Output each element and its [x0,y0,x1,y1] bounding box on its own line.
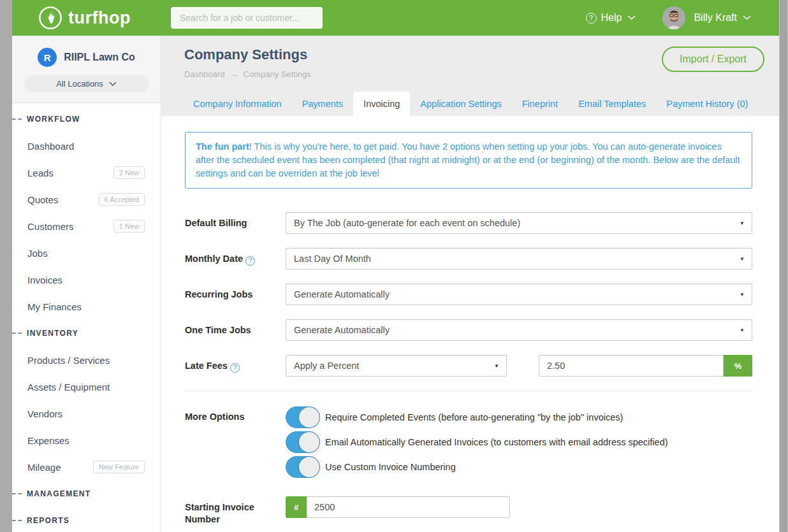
monthly-date-select[interactable]: Last Day Of Month ▼ [286,248,752,270]
one-time-jobs-value: Generate Automatically [294,325,390,335]
tab-label: Payments [302,99,343,109]
help-menu[interactable]: ? Help [586,12,636,24]
sidebar-item[interactable]: Jobs [12,240,161,266]
sidebar-item-label: Leads [27,168,54,178]
one-time-jobs-label: One Time Jobs [185,319,286,341]
sidebar-item-badge: 2 New [113,166,145,179]
top-navbar: turfhop ? Help [12,0,779,36]
toggle-knob [299,407,319,428]
select-caret-icon: ▼ [740,256,745,262]
sidebar-item[interactable]: Products / Services [12,347,161,373]
user-name[interactable]: Billy Kraft [694,12,737,24]
one-time-jobs-row: One Time Jobs Generate Automatically ▼ [185,319,752,341]
tab-label: Fineprint [522,99,558,109]
sidebar-item[interactable]: Mileage New Feature [12,454,161,480]
help-icon: ? [586,13,597,24]
tab[interactable]: Payments [292,92,353,116]
starting-invoice-number-input[interactable] [307,496,510,518]
toggle-label: Require Completed Events (before auto-ge… [325,412,623,422]
sidebar-item-label: Invoices [27,275,62,285]
help-label: Help [601,12,622,24]
more-options-label: More Options [185,406,286,478]
avatar[interactable] [662,6,685,29]
toggle-switch[interactable] [286,456,320,478]
sidebar-item[interactable]: Assets / Equipment [12,373,161,400]
sidebar-item-label: My Finances [27,301,82,312]
grass-logo-icon [38,6,62,30]
sidebar-item[interactable]: My Finances [12,293,161,320]
toggle-row: Require Completed Events (before auto-ge… [286,406,668,429]
page-header: Company Settings Dashboard → Company Set… [161,36,779,91]
import-export-button[interactable]: Import / Export [662,47,764,72]
sidebar-item[interactable]: Vendors [12,400,161,427]
late-fees-type-select[interactable]: Apply a Percent ▼ [286,355,507,377]
sidebar-item-label: Customers [27,221,74,232]
select-caret-icon: ▼ [740,327,745,333]
recurring-jobs-select[interactable]: Generate Automatically ▼ [286,284,752,305]
sidebar-item[interactable]: Dashboard [12,133,161,159]
tab[interactable]: Email Templates [568,92,656,116]
sidebar-item-label: Expenses [27,435,69,446]
sidebar-item[interactable]: Leads 2 New [12,159,161,186]
company-name: RIIPL Lawn Co [64,52,135,63]
tab[interactable]: Invoicing [353,92,410,116]
company-selector[interactable]: R RIIPL Lawn Co [12,48,161,67]
sidebar-item-badge: 6 Accepted [99,193,145,206]
app-window: turfhop ? Help [12,0,779,532]
intro-message: The fun part! This is why you're here, t… [185,132,752,189]
toggle-knob [299,457,319,477]
sidebar-item-label: Vendors [27,408,62,419]
chevron-down-icon [109,82,117,87]
search-input[interactable] [171,7,323,29]
tab[interactable]: Company Information [183,92,292,116]
one-time-jobs-select[interactable]: Generate Automatically ▼ [286,319,752,341]
tab-label: Invoicing [363,99,400,109]
sidebar-item[interactable]: Quotes 6 Accepted [12,186,161,213]
monthly-date-value: Last Day Of Month [294,254,371,264]
late-fee-amount-input[interactable] [539,355,724,377]
percent-addon: % [724,355,752,377]
intro-bold: The fun part [196,141,249,152]
toggle-switch[interactable] [286,431,320,453]
help-tooltip-icon[interactable]: ? [245,256,255,266]
page-scrollbar[interactable] [779,0,788,532]
number-addon: # [286,496,307,518]
divider [185,391,752,391]
sidebar-item[interactable]: Invoices [12,266,161,293]
late-fees-type-value: Apply a Percent [294,361,359,371]
sidebar-item-label: Dashboard [27,141,74,152]
default-billing-select[interactable]: By The Job (auto-generate for each event… [286,212,752,234]
sidebar-nav: WORKFLOW Dashboard Leads 2 New Quotes 6 … [12,103,161,532]
logo[interactable]: turfhop [38,6,131,30]
recurring-jobs-row: Recurring Jobs Generate Automatically ▼ [185,284,752,305]
tab[interactable]: Application Settings [410,92,511,116]
sidebar-section-reports[interactable]: REPORTS [12,507,161,532]
company-avatar: R [38,48,57,67]
tab-label: Payment History (0) [666,99,748,109]
topbar-right: ? Help Billy Kraft [586,6,779,29]
intro-rest: ! This is why you're here, to get paid. … [196,141,740,178]
sidebar-item[interactable]: Customers 1 New [12,213,161,240]
scrollbar-thumb[interactable] [780,0,787,532]
sidebar-section-inventory[interactable]: INVENTORY [12,320,161,347]
breadcrumb-company-settings: Company Settings [244,69,311,79]
chevron-down-icon[interactable] [743,15,751,20]
sidebar-section-workflow[interactable]: WORKFLOW [12,106,161,133]
breadcrumb-dashboard[interactable]: Dashboard [184,69,225,79]
default-billing-row: Default Billing By The Job (auto-generat… [185,212,752,234]
sidebar-section-management[interactable]: MANAGEMENT [12,480,161,507]
sidebar-item[interactable]: Expenses [12,427,161,454]
tab[interactable]: Payment History (0) [656,92,758,116]
help-tooltip-icon[interactable]: ? [230,363,240,373]
logo-text: turfhop [68,8,131,28]
chevron-down-icon [627,15,636,20]
sidebar-item-label: Assets / Equipment [27,382,110,392]
toggle-switch[interactable] [286,406,320,428]
sidebar-company-block: R RIIPL Lawn Co All Locations [12,36,161,103]
toggles-list: Require Completed Events (before auto-ge… [286,406,668,478]
tab-label: Email Templates [578,99,646,109]
select-caret-icon: ▼ [494,363,499,369]
location-selector[interactable]: All Locations [24,75,149,92]
tab[interactable]: Fineprint [512,92,568,116]
late-fees-row: Late Fees? Apply a Percent ▼ % [185,355,752,377]
